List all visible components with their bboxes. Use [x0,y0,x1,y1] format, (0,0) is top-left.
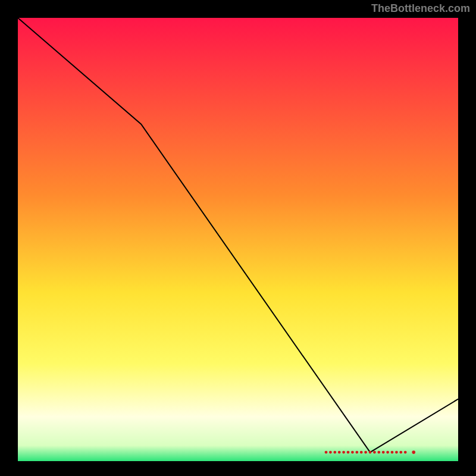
bottleneck-chart [0,0,476,476]
svg-point-19 [412,450,415,454]
svg-point-12 [377,451,380,454]
svg-point-17 [399,451,402,454]
svg-point-15 [391,451,394,454]
svg-point-6 [351,451,354,454]
svg-point-8 [360,451,363,454]
svg-point-11 [373,451,376,454]
svg-point-3 [338,451,341,454]
svg-point-14 [386,451,389,454]
svg-point-0 [325,451,328,454]
svg-point-7 [355,451,358,454]
svg-point-10 [369,451,372,454]
svg-point-4 [342,451,345,454]
svg-point-5 [347,451,350,454]
svg-point-18 [404,451,407,454]
svg-point-16 [395,451,398,454]
svg-point-1 [329,451,332,454]
svg-point-13 [382,451,385,454]
svg-point-9 [364,451,367,454]
watermark: TheBottleneck.com [371,2,470,15]
plot-background [18,18,458,461]
chart-container: { "watermark": "TheBottleneck.com", "cha… [0,0,476,476]
svg-point-2 [333,451,336,454]
